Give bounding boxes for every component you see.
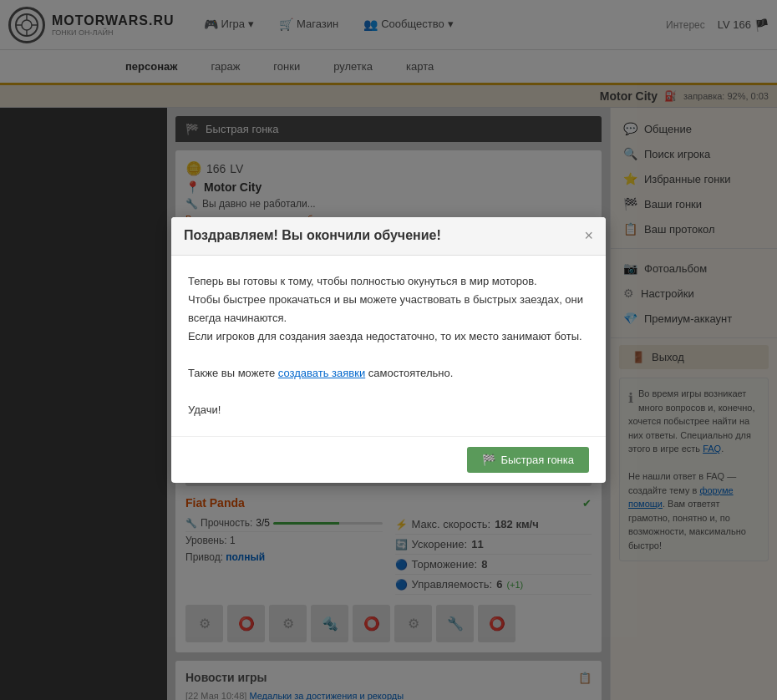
- quick-race-modal-icon: 🏁: [482, 454, 495, 466]
- modal-close-button[interactable]: ×: [584, 227, 593, 245]
- congratulations-modal: Поздравляем! Вы окончили обучение! × Теп…: [171, 217, 606, 484]
- create-application-link[interactable]: создавать заявки: [278, 367, 365, 379]
- modal-text-3: Удачи!: [188, 401, 589, 419]
- modal-footer: 🏁 Быстрая гонка: [171, 436, 606, 483]
- quick-race-modal-label: Быстрая гонка: [500, 454, 574, 466]
- modal-title: Поздравляем! Вы окончили обучение!: [184, 228, 441, 243]
- modal-header: Поздравляем! Вы окончили обучение! ×: [171, 217, 606, 256]
- modal-body: Теперь вы готовы к тому, чтобы полностью…: [171, 256, 606, 437]
- modal-text-2: Также вы можете создавать заявки самосто…: [188, 364, 589, 383]
- quick-race-modal-button[interactable]: 🏁 Быстрая гонка: [467, 447, 589, 473]
- modal-overlay: Поздравляем! Вы окончили обучение! × Теп…: [0, 0, 777, 700]
- modal-text-1: Теперь вы готовы к тому, чтобы полностью…: [188, 272, 589, 346]
